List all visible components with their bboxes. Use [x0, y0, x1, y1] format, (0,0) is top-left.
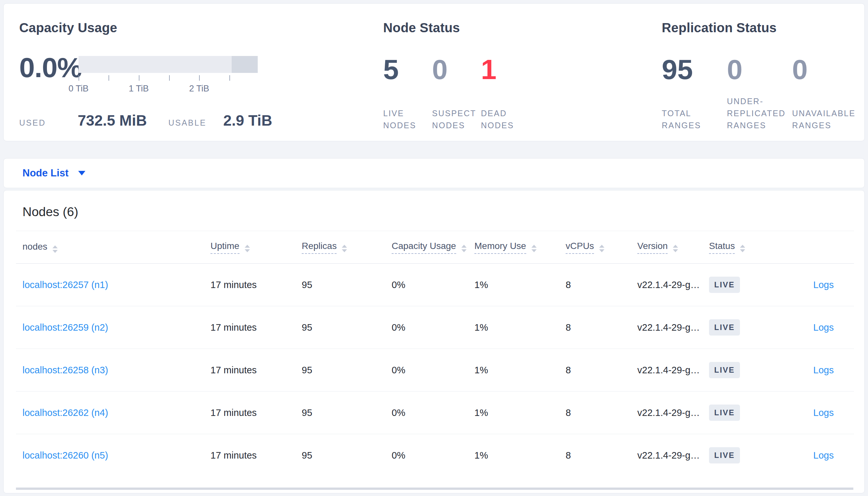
memory-use-cell: 1% — [468, 306, 559, 349]
capacity-usage-cell: 0% — [385, 391, 468, 434]
table-bottom-divider — [16, 487, 853, 490]
node-cell: localhost:26259 (n2) — [16, 306, 204, 349]
vcpus-cell: 8 — [559, 391, 631, 434]
node-cell: localhost:26262 (n4) — [16, 391, 204, 434]
total-ranges-label: TOTAL RANGES — [662, 83, 727, 131]
axis-label-1tib: 1 TiB — [129, 84, 149, 94]
version-cell: v22.1.4-29-g… — [631, 264, 703, 306]
sort-icon[interactable] — [532, 245, 537, 252]
capacity-usage-section: Capacity Usage 0.0% — [4, 4, 364, 141]
capacity-usage-cell: 0% — [385, 306, 468, 349]
replication-status-section: Replication Status 95 TOTAL RANGES 0 UND… — [642, 4, 864, 141]
live-status-badge: LIVE — [709, 447, 740, 463]
dead-nodes-stat: 1 DEAD NODES — [481, 55, 530, 131]
version-cell: v22.1.4-29-g… — [631, 434, 703, 477]
sort-icon[interactable] — [599, 245, 604, 252]
logs-link[interactable]: Logs — [813, 365, 834, 375]
sort-icon[interactable] — [342, 245, 347, 252]
sort-icon[interactable] — [245, 245, 250, 252]
vcpus-cell: 8 — [559, 264, 631, 306]
column-header-nodes[interactable]: nodes — [16, 231, 204, 264]
dead-nodes-count: 1 — [481, 55, 530, 83]
column-header-capacity-usage[interactable]: Capacity Usage — [385, 231, 468, 264]
used-value: 732.5 MiB — [77, 112, 147, 129]
node-status-section: Node Status 5 LIVE NODES 0 SUSPECT NODES… — [364, 4, 642, 141]
usable-value: 2.9 TiB — [223, 112, 272, 129]
capacity-usage-cell: 0% — [385, 434, 468, 477]
caret-down-icon — [78, 171, 85, 175]
axis-label-0tib: 0 TiB — [69, 84, 89, 94]
status-cell: LIVE — [703, 349, 779, 391]
table-row: localhost:26257 (n1)17 minutes950%1%8v22… — [16, 264, 854, 306]
node-cell: localhost:26257 (n1) — [16, 264, 204, 306]
logs-cell: Logs — [779, 434, 854, 477]
uptime-cell: 17 minutes — [204, 391, 295, 434]
total-ranges-stat: 95 TOTAL RANGES — [662, 55, 727, 131]
usable-label: USABLE — [168, 118, 207, 128]
capacity-usage-title: Capacity Usage — [19, 20, 364, 35]
logs-link[interactable]: Logs — [813, 450, 834, 461]
table-row: localhost:26258 (n3)17 minutes950%1%8v22… — [16, 349, 854, 391]
vcpus-cell: 8 — [559, 349, 631, 391]
live-status-badge: LIVE — [709, 362, 740, 378]
logs-link[interactable]: Logs — [813, 322, 834, 332]
logs-link[interactable]: Logs — [813, 407, 834, 418]
memory-use-cell: 1% — [468, 391, 559, 434]
replication-status-title: Replication Status — [662, 20, 864, 35]
view-selector-bar: Node List — [3, 158, 865, 188]
node-cell: localhost:26260 (n5) — [16, 434, 204, 477]
node-status-title: Node Status — [383, 20, 642, 35]
live-status-badge: LIVE — [709, 277, 740, 293]
uptime-cell: 17 minutes — [204, 306, 295, 349]
column-header-uptime[interactable]: Uptime — [204, 231, 295, 264]
live-status-badge: LIVE — [709, 405, 740, 421]
table-header-row: nodes Uptime Replicas Capacity Usage Mem… — [16, 231, 854, 264]
node-link[interactable]: localhost:26257 (n1) — [23, 280, 108, 290]
node-link[interactable]: localhost:26258 (n3) — [23, 365, 108, 375]
logs-link[interactable]: Logs — [813, 280, 834, 290]
column-header-version[interactable]: Version — [631, 231, 703, 264]
dead-nodes-label: DEAD NODES — [481, 83, 530, 131]
logs-cell: Logs — [779, 349, 854, 391]
table-row: localhost:26259 (n2)17 minutes950%1%8v22… — [16, 306, 854, 349]
suspect-nodes-label: SUSPECT NODES — [432, 83, 481, 131]
sort-icon[interactable] — [53, 245, 58, 253]
capacity-usage-cell: 0% — [385, 264, 468, 306]
status-cell: LIVE — [703, 306, 779, 349]
replicas-cell: 95 — [295, 349, 385, 391]
under-replicated-ranges-count: 0 — [727, 55, 792, 83]
uptime-cell: 17 minutes — [204, 264, 295, 306]
node-list-dropdown-label: Node List — [23, 167, 69, 179]
cluster-overview-page: Capacity Usage 0.0% — [0, 0, 868, 496]
node-link[interactable]: localhost:26260 (n5) — [23, 450, 108, 461]
live-nodes-stat: 5 LIVE NODES — [383, 55, 432, 131]
table-row: localhost:26260 (n5)17 minutes950%1%8v22… — [16, 434, 854, 477]
column-header-vcpus[interactable]: vCPUs — [559, 231, 631, 264]
suspect-nodes-stat: 0 SUSPECT NODES — [432, 55, 481, 131]
vcpus-cell: 8 — [559, 434, 631, 477]
status-cell: LIVE — [703, 264, 779, 306]
logs-cell: Logs — [779, 306, 854, 349]
unavailable-ranges-label: UNAVAILABLE RANGES — [792, 83, 857, 131]
nodes-table: nodes Uptime Replicas Capacity Usage Mem… — [16, 231, 854, 477]
replicas-cell: 95 — [295, 434, 385, 477]
cluster-summary-panel: Capacity Usage 0.0% — [3, 3, 865, 141]
sort-icon[interactable] — [740, 245, 745, 252]
logs-cell: Logs — [779, 264, 854, 306]
nodes-table-panel: Nodes (6) nodes Uptime Replicas — [3, 190, 865, 493]
node-list-dropdown[interactable]: Node List — [23, 167, 85, 179]
memory-use-cell: 1% — [468, 264, 559, 306]
node-link[interactable]: localhost:26259 (n2) — [23, 322, 108, 332]
uptime-cell: 17 minutes — [204, 349, 295, 391]
sort-icon[interactable] — [461, 245, 467, 252]
status-cell: LIVE — [703, 434, 779, 477]
logs-cell: Logs — [779, 391, 854, 434]
column-header-replicas[interactable]: Replicas — [295, 231, 385, 264]
capacity-usage-cell: 0% — [385, 349, 468, 391]
status-cell: LIVE — [703, 391, 779, 434]
column-header-status[interactable]: Status — [703, 231, 779, 264]
node-link[interactable]: localhost:26262 (n4) — [23, 407, 108, 418]
capacity-bar-track — [78, 56, 258, 73]
column-header-memory-use[interactable]: Memory Use — [468, 231, 559, 264]
sort-icon[interactable] — [673, 245, 678, 252]
